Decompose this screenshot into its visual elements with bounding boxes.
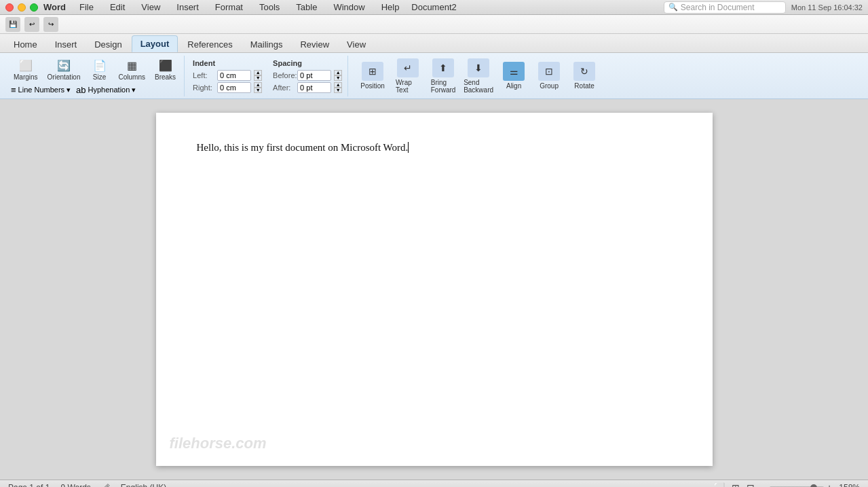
- save-icon[interactable]: 💾: [5, 17, 20, 32]
- title-bar: Word File Edit View Insert Format Tools …: [0, 0, 868, 15]
- wrap-text-button[interactable]: ↵ Wrap Text: [392, 57, 424, 95]
- spacing-before-label: Before:: [273, 71, 295, 79]
- tab-insert[interactable]: Insert: [47, 37, 86, 52]
- size-button[interactable]: 📄 Size: [88, 57, 112, 82]
- indent-left-label: Left:: [193, 71, 214, 79]
- document-title: Document2: [411, 2, 456, 12]
- columns-button[interactable]: ▦ Columns: [116, 57, 148, 82]
- word-count: 9 Words: [60, 483, 90, 488]
- menu-tools[interactable]: Tools: [257, 2, 282, 12]
- spacing-after-input[interactable]: [297, 82, 331, 93]
- zoom-thumb[interactable]: [810, 484, 817, 488]
- bring-forward-button[interactable]: ⬆ Bring Forward: [427, 57, 459, 95]
- menu-table[interactable]: Table: [293, 2, 320, 12]
- page-setup-group: ⬜ Margins 🔄 Orientation 📄 Size ▦ Columns…: [8, 56, 185, 96]
- align-button[interactable]: ⚌ Align: [497, 60, 530, 91]
- status-right: ⬜ ⊞ ⊟ − + 158%: [713, 482, 860, 488]
- menu-format[interactable]: Format: [212, 2, 246, 12]
- menu-edit[interactable]: Edit: [107, 2, 128, 12]
- rotate-button[interactable]: ↻ Rotate: [568, 60, 601, 91]
- document-content[interactable]: Hello, this is my first document on Micr…: [197, 140, 672, 156]
- indent-right-down[interactable]: ▼: [254, 88, 262, 93]
- wrap-text-icon: ↵: [397, 58, 419, 77]
- spacing-before-spinner[interactable]: ▲ ▼: [334, 70, 342, 81]
- indent-block: Indent Left: ▲ ▼ Right: ▲ ▼: [193, 59, 262, 93]
- menu-view[interactable]: View: [138, 2, 163, 12]
- send-backward-button[interactable]: ⬇ Send Backward: [462, 57, 495, 95]
- spacing-before-up[interactable]: ▲: [334, 70, 342, 75]
- zoom-out-button[interactable]: −: [761, 482, 767, 488]
- align-icon: ⚌: [503, 62, 525, 81]
- ribbon: ⬜ Margins 🔄 Orientation 📄 Size ▦ Columns…: [0, 53, 868, 99]
- indent-left-spinner[interactable]: ▲ ▼: [254, 70, 262, 81]
- indent-right-row: Right: ▲ ▼: [193, 82, 262, 93]
- indent-left-down[interactable]: ▼: [254, 75, 262, 81]
- breaks-button[interactable]: ⬛ Breaks: [152, 57, 178, 82]
- spacing-label: Spacing: [273, 59, 342, 67]
- menu-insert[interactable]: Insert: [174, 2, 202, 12]
- spacing-after-spinner[interactable]: ▲ ▼: [334, 82, 342, 93]
- document-text: Hello, this is my first document on Micr…: [197, 142, 409, 153]
- zoom-level: 158%: [839, 483, 860, 488]
- tab-layout[interactable]: Layout: [132, 35, 178, 52]
- spacing-after-up[interactable]: ▲: [334, 82, 342, 88]
- tab-review[interactable]: Review: [292, 37, 337, 52]
- spacing-before-down[interactable]: ▼: [334, 75, 342, 81]
- page-info: Page 1 of 1: [8, 483, 50, 488]
- position-icon: ⊞: [362, 62, 383, 81]
- tab-mailings[interactable]: Mailings: [242, 37, 291, 52]
- spacing-before-input[interactable]: [297, 70, 331, 81]
- traffic-lights: [5, 3, 38, 12]
- group-button[interactable]: ⊡ Group: [533, 60, 565, 91]
- redo-icon[interactable]: ↪: [43, 17, 58, 32]
- search-input[interactable]: 🔍 Search in Document: [664, 1, 786, 14]
- position-button[interactable]: ⊞ Position: [356, 60, 389, 91]
- tab-home[interactable]: Home: [5, 37, 45, 52]
- undo-icon[interactable]: ↩: [24, 17, 39, 32]
- tab-view[interactable]: View: [339, 37, 374, 52]
- tab-references[interactable]: References: [179, 37, 240, 52]
- text-cursor: [408, 142, 409, 153]
- indent-right-spinner[interactable]: ▲ ▼: [254, 82, 262, 93]
- system-clock: Mon 11 Sep 16:04:32: [791, 3, 863, 12]
- indent-left-input[interactable]: [217, 70, 251, 81]
- line-numbers-button[interactable]: ≡ Line Numbers ▾: [11, 85, 71, 95]
- spacing-before-row: Before: ▲ ▼: [273, 70, 342, 81]
- view-layout-icon[interactable]: ⊞: [732, 482, 740, 488]
- menu-file[interactable]: File: [77, 2, 96, 12]
- tab-design[interactable]: Design: [86, 37, 130, 52]
- orientation-button[interactable]: 🔄 Orientation: [45, 57, 83, 82]
- spacing-after-down[interactable]: ▼: [334, 88, 342, 93]
- search-placeholder: Search in Document: [681, 3, 755, 12]
- indent-spacing-section: Indent Left: ▲ ▼ Right: ▲ ▼ Spacing: [187, 56, 348, 96]
- send-backward-icon: ⬇: [468, 58, 489, 77]
- indent-label: Indent: [193, 59, 262, 67]
- view-normal-icon[interactable]: ⬜: [713, 482, 725, 488]
- indent-right-input[interactable]: [217, 82, 251, 93]
- status-bar: Page 1 of 1 9 Words 🖉 English (UK) ⬜ ⊞ ⊟…: [0, 480, 868, 487]
- menu-window[interactable]: Window: [331, 2, 367, 12]
- ribbon-tabs: Home Insert Design Layout References Mai…: [0, 34, 868, 53]
- page-setup-buttons: ⬜ Margins 🔄 Orientation 📄 Size ▦ Columns…: [11, 57, 178, 82]
- app-name: Word: [43, 2, 66, 12]
- spacing-after-label: After:: [273, 84, 295, 92]
- language: English (UK): [121, 483, 166, 488]
- rotate-icon: ↻: [573, 62, 595, 81]
- maximize-button[interactable]: [30, 3, 38, 12]
- zoom-control[interactable]: − +: [761, 482, 832, 488]
- zoom-in-button[interactable]: +: [827, 482, 832, 488]
- group-icon: ⊡: [538, 62, 560, 81]
- indent-right-up[interactable]: ▲: [254, 82, 262, 88]
- document-page[interactable]: Hello, this is my first document on Micr…: [156, 113, 713, 466]
- minimize-button[interactable]: [18, 3, 26, 12]
- hyphenation-button[interactable]: ab Hyphenation ▾: [76, 85, 136, 95]
- margins-button[interactable]: ⬜ Margins: [11, 57, 41, 82]
- view-web-icon[interactable]: ⊟: [747, 482, 755, 488]
- close-button[interactable]: [5, 3, 14, 12]
- document-area[interactable]: Hello, this is my first document on Micr…: [0, 99, 868, 480]
- indent-left-up[interactable]: ▲: [254, 70, 262, 75]
- menu-help[interactable]: Help: [379, 2, 402, 12]
- spacing-block: Spacing Before: ▲ ▼ After: ▲ ▼: [273, 59, 342, 93]
- watermark: filehorse.com: [170, 435, 267, 452]
- menu-bar: File Edit View Insert Format Tools Table…: [77, 2, 402, 12]
